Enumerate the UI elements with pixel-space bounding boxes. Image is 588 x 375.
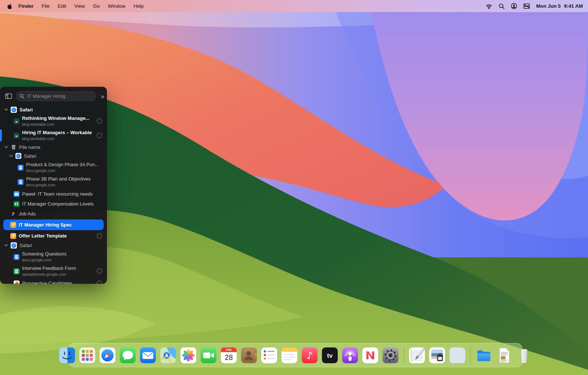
loading-spinner (97, 233, 102, 239)
dock-tv-icon[interactable]: tv (321, 347, 338, 364)
menu-item-view[interactable]: View (70, 3, 89, 9)
dock-document-icon[interactable] (495, 347, 513, 364)
svg-text:28: 28 (225, 353, 233, 361)
subsection-safari[interactable]: Safari (0, 151, 107, 160)
list-item[interactable]: Screening Questionsdocs.google.com (0, 250, 107, 264)
menu-item-finder[interactable]: Finder (14, 3, 37, 9)
dock-photos-icon[interactable] (180, 347, 197, 364)
candidates-icon (14, 281, 19, 284)
loading-spinner (97, 133, 102, 138)
list-item[interactable]: Job Ads (0, 209, 107, 219)
dock-maps-icon[interactable] (159, 347, 177, 364)
control-center-icon[interactable] (523, 3, 530, 9)
section-safari[interactable]: Safari (0, 241, 107, 250)
pages-icon (10, 222, 16, 228)
dock: FEB 28 ♪ tv (68, 343, 523, 367)
excel-icon (14, 201, 19, 207)
dock-trash-icon[interactable] (516, 347, 533, 364)
mail-icon (14, 191, 19, 197)
dock-settings-icon[interactable] (382, 347, 399, 364)
chevron-down-icon (9, 155, 13, 157)
svg-text:w: w (15, 134, 18, 138)
workable-icon: w (14, 133, 19, 139)
dock-safari-icon[interactable] (99, 347, 116, 364)
dock-notes-icon[interactable] (281, 347, 298, 364)
dock-reminders-icon[interactable] (261, 347, 278, 364)
list-item[interactable]: Interview Feedback Formspreadsheets.goog… (0, 264, 107, 278)
search-icon[interactable] (499, 3, 505, 9)
list-item[interactable]: Paweł: IT Team resourcing needs (0, 189, 107, 199)
dock-contacts-icon[interactable] (240, 347, 258, 364)
selection-edge-indicator (0, 129, 2, 142)
safari-icon (11, 107, 17, 113)
list-item[interactable]: Phase 3B Plan and Objectivesdocs.google.… (0, 175, 107, 189)
google-docs-icon (14, 254, 19, 260)
safari-icon (11, 242, 17, 249)
svg-text:w: w (15, 119, 18, 123)
svg-text:tv: tv (327, 352, 333, 359)
google-sheets-icon (14, 268, 19, 274)
svg-text:♪: ♪ (306, 350, 313, 361)
list-item[interactable]: w Rethinking Window Manage...blog.workab… (0, 114, 107, 128)
menu-item-go[interactable]: Go (89, 3, 104, 9)
menu-item-window[interactable]: Window (104, 3, 129, 9)
dock-divider (404, 347, 404, 364)
svg-text:FEB: FEB (226, 348, 232, 351)
dock-blank-app-icon[interactable] (449, 347, 466, 364)
dock-music-icon[interactable]: ♪ (301, 347, 318, 364)
user-icon[interactable] (511, 3, 517, 9)
pile-panel: » Safari w Rethinking Window Manage...bl… (0, 87, 107, 284)
search-input[interactable] (26, 93, 93, 99)
chevron-down-icon (4, 108, 8, 111)
safari-icon (15, 153, 21, 159)
pile-icon (11, 144, 17, 150)
wifi-icon[interactable] (485, 3, 492, 9)
list-item-selected[interactable]: IT Manager Hiring Spec (3, 219, 104, 230)
menu-item-file[interactable]: File (37, 3, 54, 9)
expand-panel-button[interactable]: » (100, 93, 105, 100)
dock-news-icon[interactable] (362, 347, 379, 364)
sidebar-toggle-icon[interactable] (5, 93, 12, 99)
section-pile-name[interactable]: Pile name (0, 143, 107, 151)
workable-icon: w (14, 118, 19, 124)
loading-spinner (97, 268, 102, 274)
list-item[interactable]: IT Manager Compensation Levels (0, 199, 107, 209)
dock-divider (470, 347, 471, 364)
dock-facetime-icon[interactable] (200, 347, 217, 364)
menu-bar-clock[interactable]: Mon Jun 59:41 AM (536, 3, 583, 9)
pile-list: Safari w Rethinking Window Manage...blog… (0, 103, 107, 284)
search-icon (19, 94, 24, 99)
dock-textedit-icon[interactable] (408, 347, 426, 364)
dock-podcasts-icon[interactable] (341, 347, 359, 364)
dock-downloads-folder-icon[interactable] (475, 347, 492, 364)
pages-icon (10, 233, 16, 239)
menu-item-help[interactable]: Help (129, 3, 148, 9)
list-item[interactable]: Prospective Candidates (0, 278, 107, 284)
dock-messages-icon[interactable] (119, 347, 136, 364)
section-safari[interactable]: Safari (0, 105, 107, 114)
list-item[interactable]: Product & Design Phase 3A Pun...docs.goo… (0, 160, 107, 175)
google-docs-icon (18, 179, 24, 185)
google-docs-icon (18, 165, 24, 171)
list-item[interactable]: Offer Letter Template (0, 231, 107, 241)
dock-preview-icon[interactable] (429, 347, 446, 364)
search-field (16, 91, 96, 101)
loading-spinner (97, 118, 102, 124)
figma-icon (10, 211, 16, 217)
chevron-down-icon (4, 146, 8, 148)
dock-finder-icon[interactable] (58, 347, 76, 364)
chevron-down-icon (4, 244, 8, 246)
menu-item-edit[interactable]: Edit (54, 3, 70, 9)
dock-launchpad-icon[interactable] (79, 347, 96, 364)
menu-bar: Finder File Edit View Go Window Help (0, 0, 588, 12)
loading-spinner (97, 281, 102, 284)
dock-mail-icon[interactable] (139, 347, 157, 364)
list-item[interactable]: w Hiring IT Managers – Workableblog.work… (0, 128, 107, 143)
apple-menu[interactable] (7, 3, 12, 10)
dock-calendar-icon[interactable]: FEB 28 (220, 347, 237, 364)
